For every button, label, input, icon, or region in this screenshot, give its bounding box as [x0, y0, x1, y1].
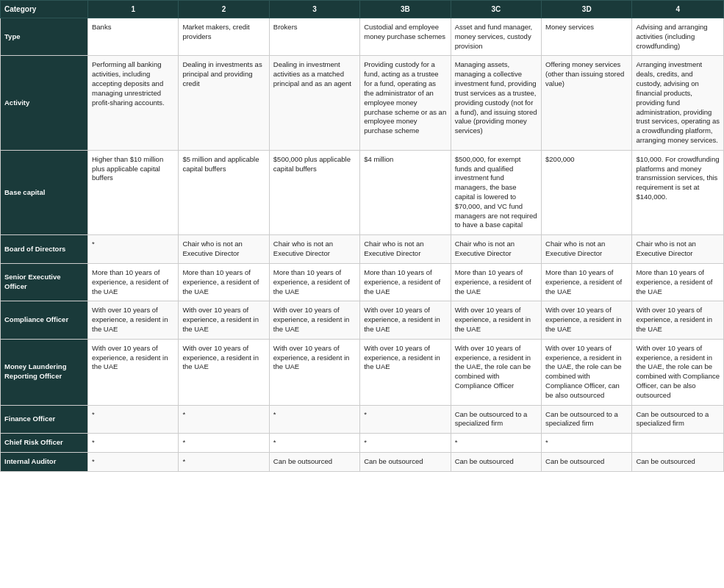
row-cell: With over 10 years of experience, a resi…: [542, 301, 632, 339]
row-cell: Asset and fund manager, money services, …: [451, 18, 541, 56]
row-cell: $200,000: [542, 150, 632, 235]
row-cell: $4 million: [360, 150, 451, 235]
row-cell: Can be outsourced: [360, 453, 451, 472]
row-cell: Dealing in investment activities as a ma…: [269, 56, 359, 150]
row-cell: With over 10 years of experience, a resi…: [360, 339, 451, 405]
table-row: Finance Officer****Can be outsourced to …: [1, 405, 724, 434]
row-cell: $500,000 plus applicable capital buffers: [269, 150, 359, 235]
row-cell: More than 10 years of experience, a resi…: [88, 263, 179, 301]
row-cell: With over 10 years of experience, a resi…: [632, 301, 724, 339]
table-row: Board of Directors*Chair who is not an E…: [1, 235, 724, 264]
row-cell: Chair who is not an Executive Director: [451, 235, 541, 264]
row-category-label: Base capital: [1, 150, 88, 235]
row-cell: With over 10 years of experience, a resi…: [451, 301, 541, 339]
row-cell: Offering money services (other than issu…: [542, 56, 632, 150]
row-cell: With over 10 years of experience, a resi…: [269, 339, 359, 405]
row-cell: $5 million and applicable capital buffer…: [179, 150, 269, 235]
row-cell: With over 10 years of experience, a resi…: [179, 339, 269, 405]
row-cell: *: [88, 235, 179, 264]
row-cell: Dealing in investments as principal and …: [179, 56, 269, 150]
header-category: Category: [1, 1, 88, 18]
row-category-label: Senior Executive Officer: [1, 263, 88, 301]
row-cell: With over 10 years of experience, a resi…: [88, 301, 179, 339]
table-row: Compliance OfficerWith over 10 years of …: [1, 301, 724, 339]
row-cell: Can be outsourced to a specialized firm: [542, 405, 632, 434]
row-cell: Chair who is not an Executive Director: [179, 235, 269, 264]
table-row: Senior Executive OfficerMore than 10 yea…: [1, 263, 724, 301]
main-table-wrapper: Category 1 2 3 3B 3C 3D 4 TypeBanksMarke…: [0, 0, 724, 472]
header-col3: 3: [269, 1, 359, 18]
row-cell: *: [542, 434, 632, 453]
row-category-label: Board of Directors: [1, 235, 88, 264]
header-row: Category 1 2 3 3B 3C 3D 4: [1, 1, 724, 18]
row-cell: With over 10 years of experience, a resi…: [179, 301, 269, 339]
row-cell: Custodial and employee money purchase sc…: [360, 18, 451, 56]
row-cell: More than 10 years of experience, a resi…: [360, 263, 451, 301]
row-cell: More than 10 years of experience, a resi…: [451, 263, 541, 301]
row-category-label: Finance Officer: [1, 405, 88, 434]
row-cell: Managing assets, managing a collective i…: [451, 56, 541, 150]
header-col4: 4: [632, 1, 724, 18]
table-row: Internal Auditor**Can be outsourcedCan b…: [1, 453, 724, 472]
row-cell: *: [179, 453, 269, 472]
header-col2: 2: [179, 1, 269, 18]
table-row: Chief Risk Officer******: [1, 434, 724, 453]
row-category-label: Type: [1, 18, 88, 56]
row-cell: *: [451, 434, 541, 453]
row-cell: Chair who is not an Executive Director: [360, 235, 451, 264]
row-cell: Can be outsourced: [269, 453, 359, 472]
row-cell: *: [88, 434, 179, 453]
row-cell: Can be outsourced: [542, 453, 632, 472]
row-cell: Advising and arranging activities (inclu…: [632, 18, 724, 56]
row-category-label: Compliance Officer: [1, 301, 88, 339]
table-row: TypeBanksMarket makers, credit providers…: [1, 18, 724, 56]
row-cell: Can be outsourced: [451, 453, 541, 472]
row-cell: Banks: [88, 18, 179, 56]
row-cell: Arranging investment deals, credits, and…: [632, 56, 724, 150]
row-cell: Chair who is not an Executive Director: [632, 235, 724, 264]
row-cell: With over 10 years of experience, a resi…: [269, 301, 359, 339]
row-cell: Money services: [542, 18, 632, 56]
row-cell: *: [179, 405, 269, 434]
row-cell: Higher than $10 million plus applicable …: [88, 150, 179, 235]
compliance-table: Category 1 2 3 3B 3C 3D 4 TypeBanksMarke…: [0, 0, 724, 472]
row-cell: Chair who is not an Executive Director: [269, 235, 359, 264]
header-col3b: 3B: [360, 1, 451, 18]
row-cell: *: [88, 453, 179, 472]
row-cell: *: [269, 405, 359, 434]
row-cell: *: [88, 405, 179, 434]
row-category-label: Chief Risk Officer: [1, 434, 88, 453]
row-cell: [632, 434, 724, 453]
row-cell: With over 10 years of experience, a resi…: [542, 339, 632, 405]
row-cell: With over 10 years of experience, a resi…: [632, 339, 724, 405]
row-cell: *: [179, 434, 269, 453]
row-cell: More than 10 years of experience, a resi…: [542, 263, 632, 301]
row-cell: Market makers, credit providers: [179, 18, 269, 56]
row-cell: More than 10 years of experience, a resi…: [179, 263, 269, 301]
table-row: Base capitalHigher than $10 million plus…: [1, 150, 724, 235]
row-category-label: Internal Auditor: [1, 453, 88, 472]
row-cell: Can be outsourced: [632, 453, 724, 472]
row-cell: With over 10 years of experience, a resi…: [360, 301, 451, 339]
header-col3c: 3C: [451, 1, 541, 18]
row-category-label: Activity: [1, 56, 88, 150]
row-cell: Can be outsourced to a specialized firm: [451, 405, 541, 434]
row-cell: With over 10 years of experience, a resi…: [451, 339, 541, 405]
header-col1: 1: [88, 1, 179, 18]
row-cell: With over 10 years of experience, a resi…: [88, 339, 179, 405]
row-cell: Brokers: [269, 18, 359, 56]
row-cell: *: [360, 434, 451, 453]
table-row: Money Laundering Reporting OfficerWith o…: [1, 339, 724, 405]
row-cell: $10,000. For crowdfunding platforms and …: [632, 150, 724, 235]
row-cell: More than 10 years of experience, a resi…: [632, 263, 724, 301]
row-cell: *: [269, 434, 359, 453]
row-cell: *: [360, 405, 451, 434]
row-cell: Providing custody for a fund, acting as …: [360, 56, 451, 150]
table-row: ActivityPerforming all banking activitie…: [1, 56, 724, 150]
row-cell: Can be outsourced to a specialized firm: [632, 405, 724, 434]
row-cell: Performing all banking activities, inclu…: [88, 56, 179, 150]
header-col3d: 3D: [542, 1, 632, 18]
row-cell: More than 10 years of experience, a resi…: [269, 263, 359, 301]
row-cell: $500,000, for exempt funds and qualified…: [451, 150, 541, 235]
row-cell: Chair who is not an Executive Director: [542, 235, 632, 264]
